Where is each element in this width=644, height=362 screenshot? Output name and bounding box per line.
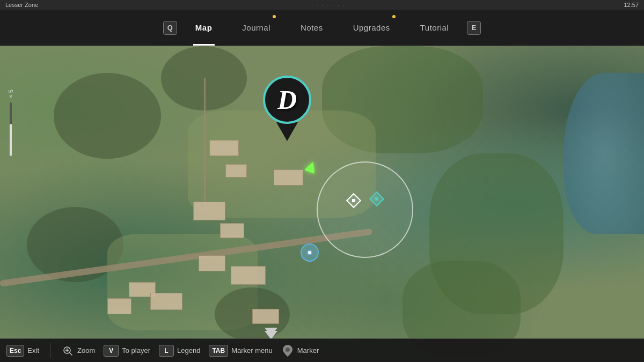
diamond-inner: [375, 197, 378, 201]
tab-notes[interactable]: Notes: [286, 10, 338, 46]
top-dots: · · · · · ·: [317, 2, 346, 8]
clock: 12:57: [624, 2, 639, 8]
poi-marker-inner: [307, 250, 312, 255]
zone-name: Lesser Zone: [5, 2, 38, 8]
water-area: [564, 73, 644, 234]
zoom-indicator: ×5: [8, 89, 14, 156]
tab-journal[interactable]: Journal: [227, 10, 286, 46]
pin-letter: D: [277, 84, 297, 115]
building: [199, 255, 225, 271]
area-circle: [317, 161, 413, 258]
pin-circle: D: [263, 76, 311, 124]
tab-map[interactable]: Map: [180, 10, 228, 46]
exit-action[interactable]: Esc Exit: [6, 345, 39, 357]
terrain-patch: [54, 73, 161, 159]
exit-label: Exit: [27, 346, 39, 354]
nav-bar: Q Map Journal Notes Upgrades Tutorial E: [0, 10, 644, 46]
diamond-inner: [352, 199, 355, 202]
poi-marker: [301, 243, 319, 262]
building: [274, 169, 303, 186]
svg-point-4: [286, 348, 290, 352]
zoom-label: Zoom: [77, 346, 95, 354]
building: [209, 140, 239, 156]
zoom-action[interactable]: Zoom: [61, 344, 95, 357]
tab-key[interactable]: TAB: [209, 345, 228, 357]
top-bar: Lesser Zone · · · · · · 12:57: [0, 0, 644, 10]
building: [107, 298, 131, 314]
zoom-icon: [61, 344, 74, 357]
marker-icon: [281, 344, 294, 357]
svg-line-1: [70, 352, 72, 355]
l-key[interactable]: L: [159, 345, 174, 357]
nav-key-left[interactable]: Q: [163, 21, 177, 35]
v-key[interactable]: V: [104, 345, 119, 357]
building: [150, 293, 182, 310]
pin-tail: [276, 122, 298, 141]
building: [193, 202, 225, 220]
upgrades-dot: [392, 15, 396, 18]
zoom-bar: [10, 102, 12, 156]
road-vertical: [204, 78, 206, 212]
marker-label: Marker: [297, 346, 319, 354]
esc-key[interactable]: Esc: [6, 345, 24, 357]
nav-key-right[interactable]: E: [467, 21, 481, 35]
zoom-fill: [10, 124, 12, 156]
marker-menu-label: Marker menu: [231, 346, 273, 354]
map-area[interactable]: ×5 D: [0, 46, 644, 362]
building: [231, 266, 266, 285]
building: [225, 164, 247, 178]
marker-menu-action[interactable]: TAB Marker menu: [209, 345, 272, 357]
map-pin: D: [263, 76, 311, 141]
building: [252, 309, 279, 324]
bottom-bar: Esc Exit Zoom V To player L Legend TAB M…: [0, 338, 644, 362]
marker-action[interactable]: Marker: [281, 344, 319, 357]
journal-dot: [273, 15, 276, 18]
to-player-action[interactable]: V To player: [104, 345, 150, 357]
legend-label: Legend: [177, 346, 200, 354]
legend-action[interactable]: L Legend: [159, 345, 200, 357]
building: [220, 223, 244, 238]
tab-tutorial[interactable]: Tutorial: [405, 10, 464, 46]
tab-upgrades[interactable]: Upgrades: [338, 10, 405, 46]
zoom-level: ×5: [8, 89, 14, 100]
divider: [50, 343, 50, 358]
to-player-label: To player: [122, 346, 150, 354]
